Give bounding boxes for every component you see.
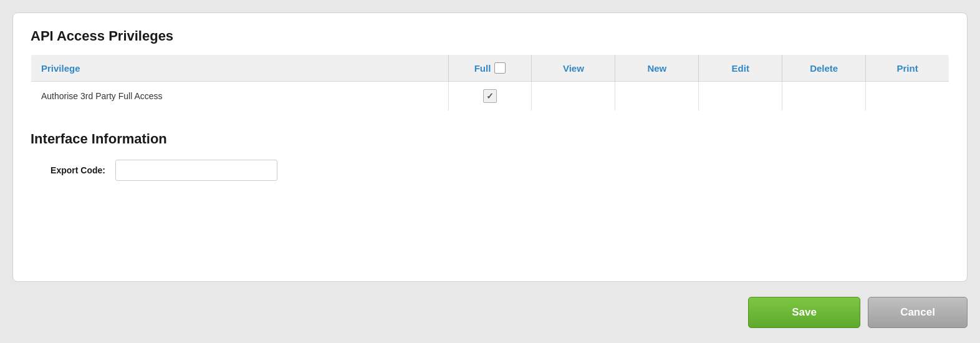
export-code-input[interactable] [115,160,277,181]
interface-section: Interface Information Export Code: [31,131,949,181]
cell-new[interactable] [615,82,699,111]
privileges-table: Privilege Full View New [31,54,949,111]
full-header-checkbox[interactable] [494,62,506,74]
table-header-row: Privilege Full View New [31,55,949,82]
col-header-print: Print [866,55,949,82]
cell-delete[interactable] [782,82,866,111]
export-code-row: Export Code: [31,160,949,181]
full-checkbox-checked[interactable] [483,89,497,103]
main-card: API Access Privileges Privilege Full Vie… [12,12,968,282]
cell-edit[interactable] [699,82,782,111]
col-header-privilege: Privilege [31,55,449,82]
cell-print[interactable] [866,82,949,111]
col-header-new: New [615,55,699,82]
cancel-button[interactable]: Cancel [868,297,968,328]
col-header-edit: Edit [699,55,782,82]
col-header-delete: Delete [782,55,866,82]
api-privileges-section: API Access Privileges Privilege Full Vie… [31,28,949,111]
col-header-view: View [532,55,615,82]
export-code-label: Export Code: [31,165,105,175]
cell-full[interactable] [448,82,532,111]
footer-actions: Save Cancel [12,292,968,331]
save-button[interactable]: Save [748,297,860,328]
cell-view[interactable] [532,82,615,111]
cell-privilege-name: Authorise 3rd Party Full Access [31,82,449,111]
table-row: Authorise 3rd Party Full Access [31,82,949,111]
col-header-full[interactable]: Full [448,55,532,82]
interface-section-title: Interface Information [31,131,949,147]
api-section-title: API Access Privileges [31,28,949,44]
